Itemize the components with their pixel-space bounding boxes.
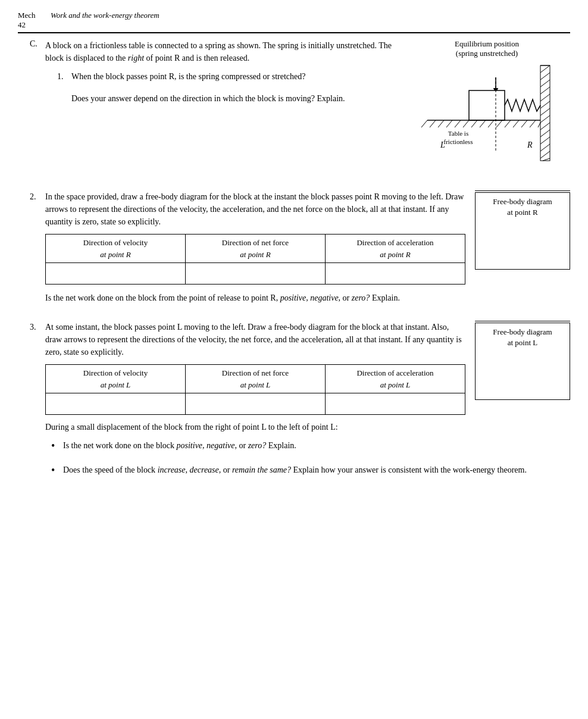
bullet-item-1: • Is the net work done on the block posi… <box>51 439 570 454</box>
q3-col3-sub: at point L <box>330 379 460 391</box>
bullet1-end: Explain. <box>268 441 296 450</box>
net-work-text2: or <box>343 293 350 302</box>
bullet-list: • Is the net work done on the block posi… <box>30 439 570 479</box>
q2-body: In the space provided, draw a free-body … <box>45 190 465 285</box>
bullet2-italic2: remain the same? <box>232 465 291 474</box>
section-c-text: A block on a frictionless table is conne… <box>45 39 392 110</box>
section-c-intro-end: of point R and is then released. <box>146 54 250 62</box>
q2-col1-header: Direction of velocity at point R <box>46 235 186 263</box>
q3-container: 3. At some instant, the block passes poi… <box>30 321 570 415</box>
header-mech-label: Mech <box>18 11 51 20</box>
q2-free-body-label: Free-body diagram at point R <box>493 196 552 218</box>
net-work-text: Is the net work done on the block from t… <box>30 292 465 304</box>
sub-q1: 1. When the block passes point R, is the… <box>57 70 392 105</box>
q3-col2-top: Direction of net force <box>190 367 320 379</box>
q3-answer-col3 <box>326 393 465 415</box>
svg-line-21 <box>438 120 444 127</box>
q1-text2: Does your answer depend on the direction… <box>71 92 392 105</box>
q2-fbd-label: Free-body diagram <box>493 197 552 206</box>
svg-rect-0 <box>540 65 550 161</box>
q3-number: 3. <box>30 321 45 333</box>
q3-col1-sub: at point L <box>51 379 180 391</box>
svg-line-33 <box>538 123 540 127</box>
svg-line-23 <box>455 120 461 127</box>
svg-text:frictionless: frictionless <box>444 138 473 145</box>
q3-free-body-box: Free-body diagram at point L <box>475 323 570 400</box>
header-title: Work and the work-energy theorem <box>51 11 159 20</box>
svg-text:Table is: Table is <box>448 130 468 137</box>
spring-diagram-area: Equilibrium position (spring unstretched… <box>404 39 570 179</box>
bullet-dot-1: • <box>51 438 63 454</box>
q3-answer-col1 <box>46 393 186 415</box>
q2-number: 2. <box>30 190 45 203</box>
svg-line-30 <box>513 120 519 127</box>
svg-rect-17 <box>469 90 505 120</box>
section-c-label: C. <box>30 39 44 49</box>
q2-container: 2. In the space provided, draw a free-bo… <box>30 190 570 304</box>
q2-col2-top: Direction of net force <box>190 237 320 249</box>
svg-text:R: R <box>527 140 533 149</box>
q2-answer-col3 <box>326 263 465 285</box>
bullet-dot-2: • <box>51 462 63 479</box>
svg-line-22 <box>446 120 452 127</box>
bullet2-italic: increase, decrease, <box>158 465 221 474</box>
q2-right: Free-body diagram at point R <box>475 190 570 304</box>
during-text: During a small displacement of the block… <box>30 421 570 433</box>
bullet-item-2: • Does the speed of the block increase, … <box>51 464 570 479</box>
q2-col1-sub: at point R <box>51 249 180 261</box>
q3-fbd-sub: at point L <box>508 338 538 347</box>
svg-line-26 <box>480 120 486 127</box>
q2-table-header-row: Direction of velocity at point R Directi… <box>46 235 465 263</box>
header-row: Mech 42 Work and the work-energy theorem <box>18 11 570 30</box>
q3-body: At some instant, the block passes point … <box>45 321 465 415</box>
q1-number: 1. <box>57 70 71 105</box>
main-content: C. A block on a frictionless table is co… <box>18 39 570 479</box>
svg-line-19 <box>421 120 427 127</box>
spring-svg: L R Table is frictionless <box>409 60 564 179</box>
svg-line-31 <box>521 120 527 127</box>
net-work-italic2: zero? <box>352 293 370 302</box>
q2-table-answer-row <box>46 263 465 285</box>
problem-c-row: A block on a frictionless table is conne… <box>45 39 570 179</box>
q2-free-body-box: Free-body diagram at point R <box>475 192 570 270</box>
q1-text: When the block passes point R, is the sp… <box>71 70 392 83</box>
q3-right: Free-body diagram at point L <box>475 321 570 415</box>
bullet-text-1: Is the net work done on the block positi… <box>63 439 570 452</box>
bullet-text-2: Does the speed of the block increase, de… <box>63 464 570 476</box>
q3-col3-top: Direction of acceleration <box>330 367 460 379</box>
q2-left: 2. In the space provided, draw a free-bo… <box>30 190 465 304</box>
q2-direction-table: Direction of velocity at point R Directi… <box>45 234 465 285</box>
q3-col2-header: Direction of net force at point L <box>186 365 326 393</box>
header-page-number: 42 <box>18 20 51 30</box>
q2-fbd-sub: at point R <box>507 208 537 217</box>
bullet1-prefix: Is the net work done on the block <box>63 441 174 450</box>
q2-text: In the space provided, draw a free-body … <box>45 190 465 228</box>
sub-questions: 1. When the block passes point R, is the… <box>45 70 392 105</box>
q3-table-answer-row <box>46 393 465 415</box>
q2-col1-top: Direction of velocity <box>51 237 180 249</box>
q2-answer-col2 <box>186 263 326 285</box>
svg-line-29 <box>505 120 511 127</box>
q3-free-body-label: Free-body diagram at point L <box>493 327 552 348</box>
svg-line-24 <box>463 120 469 127</box>
q1-text-block: When the block passes point R, is the sp… <box>71 70 392 105</box>
q2-col2-header: Direction of net force at point R <box>186 235 326 263</box>
section-c-intro-italic: right <box>128 54 144 62</box>
q3-col3-header: Direction of acceleration at point L <box>326 365 465 393</box>
bullet1-italic2: zero? <box>248 441 267 450</box>
q3-fbd-label: Free-body diagram <box>493 327 552 336</box>
spring-unstretched-label: (spring unstretched) <box>455 49 519 58</box>
header-divider <box>18 32 570 33</box>
q2-col2-sub: at point R <box>190 249 320 261</box>
page-container: Mech 42 Work and the work-energy theorem… <box>0 0 588 719</box>
q3-col1-top: Direction of velocity <box>51 367 180 379</box>
svg-line-27 <box>488 120 494 127</box>
q3-col2-sub: at point L <box>190 379 320 391</box>
net-work-prefix: Is the net work done on the block from t… <box>45 293 278 302</box>
bullet2-prefix: Does the speed of the block <box>63 465 155 474</box>
during-text-content: During a small displacement of the block… <box>45 423 338 432</box>
q3-num-row: 3. At some instant, the block passes poi… <box>30 321 465 415</box>
spring-coils <box>505 99 540 111</box>
q2-col3-sub: at point R <box>330 249 460 261</box>
svg-line-20 <box>430 120 436 127</box>
